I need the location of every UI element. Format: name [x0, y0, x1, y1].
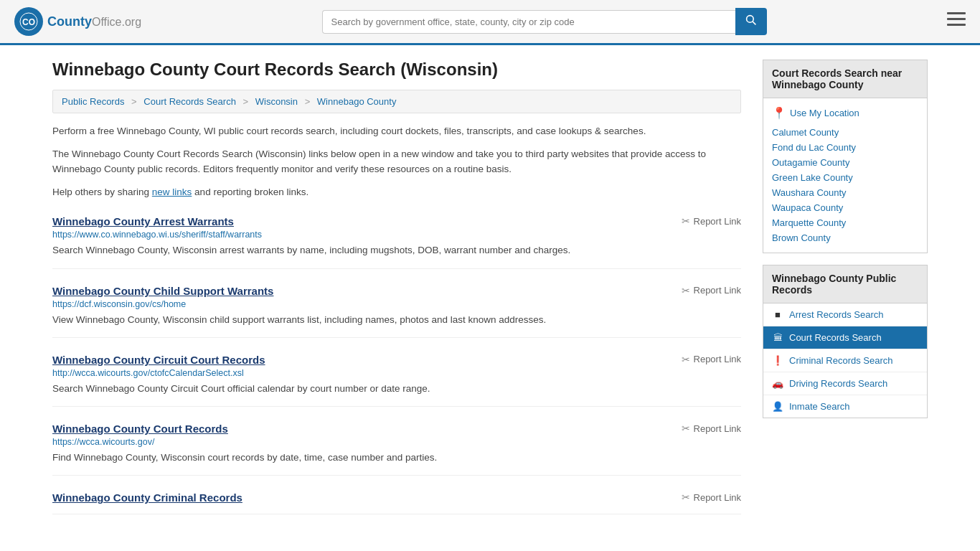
- result-desc-1: View Winnebago County, Wisconsin child s…: [52, 313, 741, 327]
- report-link-3[interactable]: ✂ Report Link: [682, 423, 741, 434]
- sidebar-nearby-links: 📍 Use My Location Calumet County Fond du…: [763, 98, 928, 253]
- breadcrumb-sep-2: >: [243, 96, 251, 107]
- report-link-2[interactable]: ✂ Report Link: [682, 354, 741, 365]
- report-link-0[interactable]: ✂ Report Link: [682, 215, 741, 227]
- result-desc-2: Search Winnebago County Circuit Court of…: [52, 382, 741, 396]
- result-title-0: Winnebago County Arrest Warrants ✂ Repor…: [52, 215, 741, 227]
- criminal-records-link[interactable]: Criminal Records Search: [789, 355, 893, 366]
- report-icon-0: ✂: [682, 215, 690, 227]
- sidebar-waupaca[interactable]: Waupaca County: [772, 200, 918, 215]
- svg-rect-6: [947, 24, 966, 26]
- site-header: CO CountyOffice.org: [0, 0, 980, 45]
- report-icon-1: ✂: [682, 285, 690, 296]
- inmate-icon: 👤: [772, 401, 783, 412]
- sidebar-fond-du-lac[interactable]: Fond du Lac County: [772, 140, 918, 155]
- result-title-1: Winnebago County Child Support Warrants …: [52, 285, 741, 297]
- driving-records-link[interactable]: Driving Records Search: [789, 378, 887, 389]
- result-title-4: Winnebago County Criminal Records ✂ Repo…: [52, 491, 741, 504]
- sidebar-criminal-records[interactable]: ❗ Criminal Records Search: [763, 349, 927, 372]
- report-icon-3: ✂: [682, 423, 690, 434]
- logo-org: Office.org: [92, 16, 141, 28]
- sidebar-inmate-search[interactable]: 👤 Inmate Search: [763, 395, 927, 418]
- page-title: Winnebago County Court Records Search (W…: [52, 60, 741, 80]
- content-area: Winnebago County Court Records Search (W…: [52, 60, 741, 514]
- description-2: The Winnebago County Court Records Searc…: [52, 146, 741, 177]
- breadcrumb: Public Records > Court Records Search > …: [52, 90, 741, 113]
- result-link-3[interactable]: Winnebago County Court Records: [52, 423, 228, 435]
- new-links-link[interactable]: new links: [152, 187, 192, 197]
- result-item-2: Winnebago County Circuit Court Records ✂…: [52, 354, 741, 407]
- sidebar: Court Records Search near Winnebago Coun…: [763, 60, 928, 514]
- sidebar-nearby-title: Court Records Search near Winnebago Coun…: [763, 60, 928, 98]
- report-icon-4: ✂: [682, 491, 690, 503]
- menu-icon[interactable]: [947, 12, 966, 31]
- report-icon-2: ✂: [682, 354, 690, 365]
- description-1: Perform a free Winnebago County, WI publ…: [52, 123, 741, 139]
- breadcrumb-sep-1: >: [131, 96, 139, 107]
- use-location[interactable]: 📍 Use My Location: [772, 105, 918, 121]
- logo-icon: CO: [14, 7, 43, 36]
- sidebar-calumet[interactable]: Calumet County: [772, 125, 918, 140]
- location-pin-icon: 📍: [772, 106, 786, 120]
- sidebar-arrest-records[interactable]: ■ Arrest Records Search: [763, 303, 927, 326]
- arrest-records-link[interactable]: Arrest Records Search: [789, 309, 884, 320]
- driving-icon: 🚗: [772, 378, 783, 389]
- result-desc-0: Search Winnebago County, Wisconsin arres…: [52, 243, 741, 258]
- svg-point-2: [746, 16, 753, 23]
- result-url-1: https://dcf.wisconsin.gov/cs/home: [52, 299, 741, 309]
- result-desc-3: Find Winnebago County, Wisconsin court r…: [52, 451, 741, 465]
- breadcrumb-sep-3: >: [305, 96, 313, 107]
- result-url-3: https://wcca.wicourts.gov/: [52, 437, 741, 447]
- breadcrumb-public-records[interactable]: Public Records: [62, 96, 124, 107]
- svg-text:CO: CO: [22, 17, 35, 27]
- court-records-link[interactable]: Court Records Search: [789, 332, 882, 343]
- main-container: Winnebago County Court Records Search (W…: [31, 45, 949, 529]
- svg-rect-4: [947, 12, 966, 14]
- sidebar-waushara[interactable]: Waushara County: [772, 185, 918, 200]
- result-title-2: Winnebago County Circuit Court Records ✂…: [52, 354, 741, 366]
- sidebar-court-records[interactable]: 🏛 Court Records Search: [763, 326, 927, 349]
- result-item-0: Winnebago County Arrest Warrants ✂ Repor…: [52, 215, 741, 268]
- breadcrumb-wisconsin[interactable]: Wisconsin: [255, 96, 298, 107]
- svg-rect-5: [947, 18, 966, 20]
- inmate-search-link[interactable]: Inmate Search: [789, 401, 850, 412]
- sidebar-driving-records[interactable]: 🚗 Driving Records Search: [763, 372, 927, 395]
- court-icon: 🏛: [772, 332, 783, 343]
- sidebar-public-records: ■ Arrest Records Search 🏛 Court Records …: [763, 303, 928, 418]
- result-url-0: https://www.co.winnebago.wi.us/sheriff/s…: [52, 230, 741, 240]
- breadcrumb-winnebago[interactable]: Winnebago County: [317, 96, 397, 107]
- search-input[interactable]: [322, 10, 735, 34]
- logo-text: CountyOffice.org: [47, 14, 141, 29]
- logo[interactable]: CO CountyOffice.org: [14, 7, 141, 36]
- sidebar-marquette[interactable]: Marquette County: [772, 215, 918, 230]
- result-url-2: http://wcca.wicourts.gov/ctofcCalendarSe…: [52, 368, 741, 378]
- sidebar-brown[interactable]: Brown County: [772, 230, 918, 245]
- result-link-2[interactable]: Winnebago County Circuit Court Records: [52, 354, 265, 366]
- svg-line-3: [753, 22, 755, 24]
- search-button[interactable]: [735, 8, 767, 35]
- use-location-link[interactable]: Use My Location: [790, 105, 859, 121]
- sidebar-green-lake[interactable]: Green Lake County: [772, 170, 918, 185]
- breadcrumb-court-records[interactable]: Court Records Search: [143, 96, 236, 107]
- criminal-icon: ❗: [772, 355, 783, 366]
- help-text: Help others by sharing new links and rep…: [52, 184, 741, 200]
- report-link-1[interactable]: ✂ Report Link: [682, 285, 741, 296]
- report-link-4[interactable]: ✂ Report Link: [682, 491, 741, 503]
- result-item-1: Winnebago County Child Support Warrants …: [52, 285, 741, 338]
- result-title-3: Winnebago County Court Records ✂ Report …: [52, 423, 741, 435]
- result-item-4: Winnebago County Criminal Records ✂ Repo…: [52, 491, 741, 514]
- sidebar-records-title: Winnebago County Public Records: [763, 265, 928, 303]
- arrest-icon: ■: [772, 309, 783, 320]
- search-bar: [322, 8, 767, 35]
- result-item-3: Winnebago County Court Records ✂ Report …: [52, 423, 741, 476]
- result-link-1[interactable]: Winnebago County Child Support Warrants: [52, 285, 273, 297]
- sidebar-outagamie[interactable]: Outagamie County: [772, 155, 918, 170]
- result-link-4[interactable]: Winnebago County Criminal Records: [52, 491, 242, 504]
- result-link-0[interactable]: Winnebago County Arrest Warrants: [52, 215, 234, 227]
